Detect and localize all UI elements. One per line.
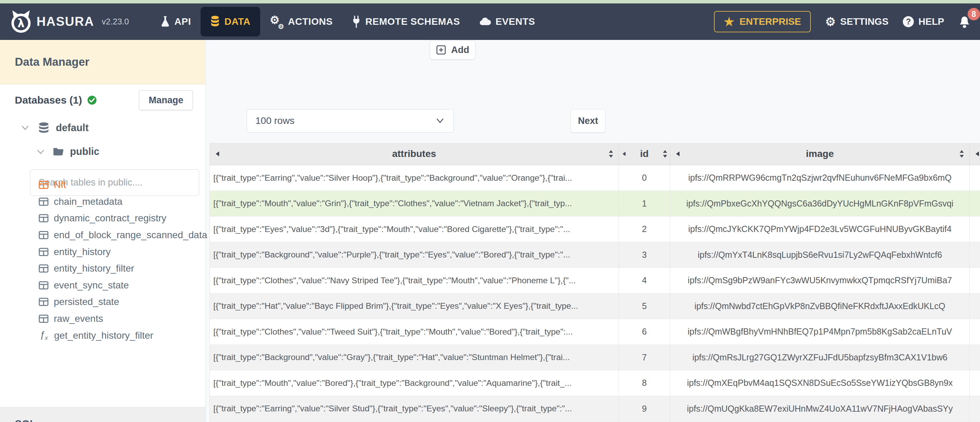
cell-image: ipfs://QmNwbd7ctEhGpVkP8nZvBBQfiNeFKRdxf… <box>670 293 970 319</box>
enterprise-button[interactable]: ★ ENTERPRISE <box>714 11 810 32</box>
table-grid-icon <box>38 181 49 189</box>
table-item[interactable]: entity_history_filter <box>38 260 205 277</box>
column-header-clipped <box>970 143 980 165</box>
cell-image: ipfs://QmXEqPbvM4aq1SQSXN8DSuEcSo5SseYW1… <box>670 370 970 396</box>
table-item[interactable]: end_of_block_range_scanned_data <box>38 227 205 244</box>
chevron-down-icon[interactable] <box>36 148 45 155</box>
cell-id: 7 <box>619 345 671 370</box>
table-row-highlighted[interactable]: [{"trait_type":"Mouth","value":"Grin"},{… <box>210 191 980 217</box>
cell-id: 5 <box>619 293 671 319</box>
star-icon: ★ <box>724 16 734 27</box>
function-name: get_entity_history_filter <box>54 330 153 341</box>
cell-clipped <box>970 370 980 396</box>
cell-attributes: [{"trait_type":"Earring","value":"Silver… <box>210 396 619 422</box>
database-icon <box>210 16 220 28</box>
help-button[interactable]: ? HELP <box>903 16 944 27</box>
chevron-down-icon[interactable] <box>21 124 30 131</box>
table-row[interactable]: [{"trait_type":"Earring","value":"Silver… <box>210 396 980 422</box>
cell-image: ipfs://QmRsJLrg27GQ1ZWyrXZFuJFdU5bapfzsy… <box>670 345 970 370</box>
tree-item-schema-public[interactable]: public <box>36 146 99 157</box>
table-name: end_of_block_range_scanned_data <box>54 230 207 241</box>
nav-tab-actions[interactable]: ⚙ ⚙ ACTIONS <box>260 7 342 36</box>
cell-id: 0 <box>619 165 671 191</box>
table-item[interactable]: dynamic_contract_registry <box>38 210 205 227</box>
sort-icon[interactable] <box>662 150 668 158</box>
cell-id: 1 <box>619 191 671 216</box>
table-row[interactable]: [{"trait_type":"Background","value":"Gra… <box>210 345 980 371</box>
table-item[interactable]: event_sync_state <box>38 277 205 294</box>
table-row[interactable]: [{"trait_type":"Mouth","value":"Bored"},… <box>210 370 980 396</box>
table-name: raw_events <box>54 313 103 324</box>
cell-attributes: [{"trait_type":"Clothes","value":"Tweed … <box>210 319 619 344</box>
cell-image: ipfs://QmUQgKka8EW7exiUHnMwZ4UoXA11wV7NF… <box>670 396 970 422</box>
cell-image: ipfs://QmSg9bPzW9anFYc3wWU5KnvymwkxQTpmq… <box>670 268 970 293</box>
table-item[interactable]: entity_history <box>38 243 205 260</box>
table-grid-icon <box>38 264 49 273</box>
table-item[interactable]: raw_events <box>38 311 205 327</box>
nav-tab-remote-schemas[interactable]: REMOTE SCHEMAS <box>342 7 470 36</box>
top-progress-strip <box>0 0 980 3</box>
table-grid-icon <box>38 214 49 222</box>
cell-clipped <box>970 396 980 422</box>
table-item[interactable]: persisted_state <box>38 293 205 311</box>
rows-per-page-select[interactable]: 100 rows <box>247 109 454 133</box>
next-page-button[interactable]: Next <box>571 109 605 133</box>
nav-tab-data[interactable]: DATA <box>200 7 260 36</box>
cell-id: 8 <box>619 370 671 396</box>
nav-tab-events[interactable]: EVENTS <box>470 7 545 36</box>
cell-id: 3 <box>619 242 671 268</box>
table-grid-icon <box>38 315 49 323</box>
rows-select-value: 100 rows <box>255 115 294 126</box>
cell-image: ipfs://QmPbxeGcXhYQQNgsC6a36dDyYUcHgMLnG… <box>670 191 970 216</box>
column-label: image <box>806 148 834 159</box>
nav-tab-api[interactable]: API <box>151 7 200 36</box>
function-item[interactable]: ƒx get_entity_history_filter <box>38 327 205 344</box>
sort-icon[interactable] <box>959 150 964 158</box>
sql-section-label[interactable]: SQL <box>15 418 205 422</box>
help-label: HELP <box>918 16 944 27</box>
enterprise-label: ENTERPRISE <box>740 16 801 27</box>
next-label: Next <box>578 116 598 126</box>
table-name: dynamic_contract_registry <box>54 213 166 224</box>
plug-icon <box>352 16 361 28</box>
table-row[interactable]: [{"trait_type":"Background","value":"Pur… <box>210 242 980 268</box>
table-item[interactable]: chain_metadata <box>38 194 205 210</box>
cell-attributes: [{"trait_type":"Background","value":"Gra… <box>210 345 619 370</box>
add-label: Add <box>451 45 469 56</box>
cell-clipped <box>970 165 980 191</box>
version-label: v2.23.0 <box>102 17 129 27</box>
collapse-column-icon[interactable] <box>215 151 220 157</box>
table-row[interactable]: [{"trait_type":"Clothes","value":"Tweed … <box>210 319 980 345</box>
sidebar-footer: SQL <box>0 407 205 422</box>
collapse-column-icon[interactable] <box>975 151 980 157</box>
table-item-nft[interactable]: Nft <box>38 176 205 194</box>
column-label: attributes <box>392 148 436 159</box>
table-row[interactable]: [{"trait_type":"Earring","value":"Silver… <box>210 165 980 191</box>
settings-button[interactable]: ⚙ SETTINGS <box>825 16 889 27</box>
table-grid-icon <box>38 298 49 306</box>
table-row[interactable]: [{"trait_type":"Clothes","value":"Navy S… <box>210 268 980 293</box>
nav-tab-label: ACTIONS <box>288 16 333 27</box>
cell-clipped <box>970 191 980 216</box>
tree-item-database-default[interactable]: default <box>21 122 89 133</box>
sidebar-title: Data Manager <box>0 40 205 84</box>
nav-tab-label: EVENTS <box>495 16 535 27</box>
table-row[interactable]: [{"trait_type":"Hat","value":"Bayc Flipp… <box>210 293 980 319</box>
add-row-button[interactable]: Add <box>430 40 476 60</box>
cell-image: ipfs://QmRRPWG96cmgTn2qSzjwr2qvfNEuhunv6… <box>670 165 970 191</box>
notification-badge: 8 <box>967 8 980 20</box>
cell-clipped <box>970 242 980 268</box>
folder-open-icon <box>53 147 64 157</box>
brand[interactable]: λ HASURA v2.23.0 <box>10 9 129 35</box>
sort-icon[interactable] <box>608 150 614 158</box>
cell-attributes: [{"trait_type":"Background","value":"Pur… <box>210 242 619 268</box>
table-row[interactable]: [{"trait_type":"Eyes","value":"3d"},{"tr… <box>210 216 980 242</box>
collapse-column-icon[interactable] <box>675 151 680 157</box>
notifications-button[interactable]: 8 <box>956 13 972 31</box>
manage-button[interactable]: Manage <box>139 90 193 110</box>
cell-clipped <box>970 319 980 344</box>
collapse-column-icon[interactable] <box>622 151 626 157</box>
nav-tab-label: API <box>174 16 191 27</box>
help-icon: ? <box>903 16 914 27</box>
column-header-attributes: attributes <box>210 143 619 165</box>
